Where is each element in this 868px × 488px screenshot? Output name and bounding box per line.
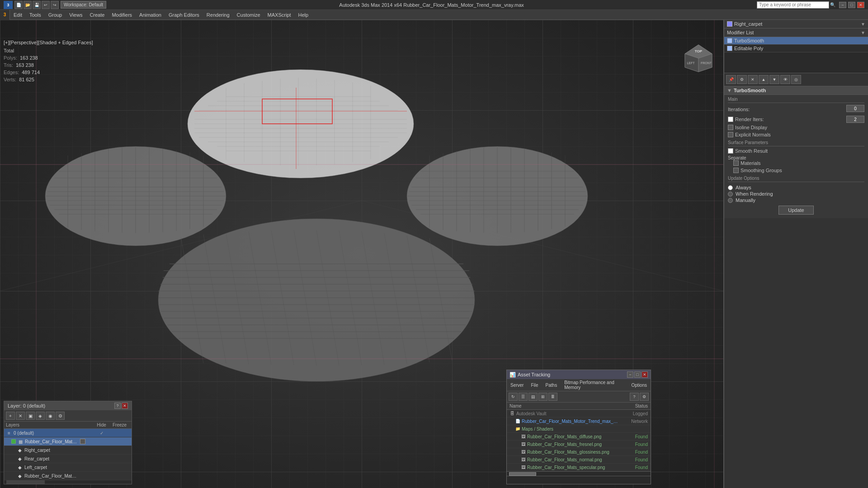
- always-radio-row[interactable]: Always: [728, 185, 864, 190]
- smooth-result-checkbox[interactable]: [728, 148, 733, 154]
- navcube[interactable]: TOP LEFT FRONT: [683, 42, 714, 74]
- modifier-list-arrow[interactable]: ▼: [861, 30, 865, 35]
- undo-btn[interactable]: ↩: [42, 1, 50, 9]
- turbosmooth-section-header[interactable]: ▼ TurboSmooth: [724, 86, 868, 95]
- layers-close-btn[interactable]: ✕: [122, 403, 128, 409]
- at-horizontal-scrollbar[interactable]: [507, 471, 651, 476]
- turbosmooth-checkbox[interactable]: [727, 38, 732, 43]
- object-color-swatch[interactable]: [727, 21, 732, 27]
- smooth-result-label: Smooth Result: [735, 148, 768, 154]
- when-rendering-radio-row[interactable]: When Rendering: [728, 191, 864, 197]
- at-settings-btn[interactable]: ⚙: [640, 393, 649, 401]
- update-button[interactable]: Update: [778, 206, 813, 215]
- layers-settings-btn[interactable]: ⚙: [56, 412, 65, 420]
- move-down-btn[interactable]: ▼: [769, 75, 779, 84]
- move-up-btn[interactable]: ▲: [759, 75, 769, 84]
- configure-modifier-btn[interactable]: ⚙: [737, 75, 747, 84]
- at-maximize-btn[interactable]: □: [634, 371, 641, 378]
- editablepoly-checkbox[interactable]: [727, 46, 732, 51]
- render-iters-input[interactable]: [846, 116, 864, 123]
- at-menu-paths[interactable]: Paths: [542, 382, 561, 389]
- layers-highlight-btn[interactable]: ◉: [46, 412, 55, 420]
- at-menu-server[interactable]: Server: [507, 382, 527, 389]
- at-item-glossiness[interactable]: 🖼 Rubber_Car_Floor_Mats_glossiness.png F…: [507, 448, 651, 456]
- layers-panel: Layer: 0 (default) ? ✕ + ✕ ▣ ◈ ◉ ⚙ Layer…: [4, 401, 132, 484]
- menu-maxscript[interactable]: MAXScript: [264, 11, 295, 19]
- layer-item-rear-carpet[interactable]: ◆ Rear_carpet: [4, 455, 132, 463]
- at-list-view-btn[interactable]: ☰: [519, 393, 528, 401]
- save-btn[interactable]: 💾: [33, 1, 41, 9]
- explicit-normals-checkbox[interactable]: [728, 132, 733, 137]
- menu-help[interactable]: Help: [295, 11, 312, 19]
- layer-item-rubber[interactable]: ▦ Rubber_Car_Floor_Mats_Motor_Trend: [4, 437, 132, 446]
- panel-dropdown-arrow[interactable]: ▼: [861, 22, 865, 27]
- pin-modifier-btn[interactable]: 📌: [726, 75, 736, 84]
- layers-select-btn[interactable]: ◈: [36, 412, 45, 420]
- layers-delete-btn[interactable]: ✕: [16, 412, 25, 420]
- search-input[interactable]: [757, 1, 829, 9]
- menu-rendering[interactable]: Rendering: [203, 11, 233, 19]
- menu-modifiers[interactable]: Modifiers: [108, 11, 136, 19]
- at-item-fresnel[interactable]: 🖼 Rubber_Car_Floor_Mats_fresnel.png Foun…: [507, 441, 651, 448]
- menu-views[interactable]: Views: [66, 11, 86, 19]
- layers-help-btn[interactable]: ?: [114, 403, 121, 409]
- at-help-btn[interactable]: ?: [630, 393, 639, 401]
- modifier-editable-poly[interactable]: Editable Poly: [724, 45, 868, 52]
- smoothing-groups-checkbox[interactable]: [733, 168, 739, 173]
- modifier-turbosmooth[interactable]: TurboSmooth: [724, 37, 868, 45]
- manually-radio-row[interactable]: Manually: [728, 197, 864, 203]
- menu-customize[interactable]: Customize: [233, 11, 264, 19]
- layer-item-right-carpet[interactable]: ◆ Right_carpet: [4, 446, 132, 455]
- when-rendering-radio[interactable]: [728, 192, 733, 197]
- at-detail-view-btn[interactable]: ▤: [528, 393, 538, 401]
- at-refresh-btn[interactable]: ↻: [509, 393, 518, 401]
- layers-hide-col-header: Hide: [94, 422, 109, 427]
- menu-animation[interactable]: Animation: [136, 11, 165, 19]
- layer-hide-default[interactable]: ✓: [94, 431, 109, 436]
- at-item-maps-folder[interactable]: 📁 Maps / Shaders: [507, 425, 651, 433]
- materials-checkbox[interactable]: [733, 160, 739, 166]
- always-radio[interactable]: [728, 185, 733, 190]
- new-btn[interactable]: 📄: [14, 1, 23, 9]
- menu-edit[interactable]: Edit: [10, 11, 26, 19]
- minimize-btn[interactable]: −: [839, 2, 846, 8]
- open-btn[interactable]: 📂: [24, 1, 32, 9]
- layers-scrollbar[interactable]: [4, 480, 132, 484]
- show-result-btn[interactable]: 👁: [780, 75, 790, 84]
- isoline-checkbox[interactable]: [728, 125, 733, 130]
- at-item-maxfile[interactable]: 📄 Rubber_Car_Floor_Mats_Motor_Trend_max_…: [507, 418, 651, 425]
- layers-new-btn[interactable]: +: [6, 412, 15, 420]
- menu-create[interactable]: Create: [86, 11, 108, 19]
- at-item-diffuse[interactable]: 🖼 Rubber_Car_Floor_Mats_diffuse.png Foun…: [507, 433, 651, 441]
- layer-item-left-carpet[interactable]: ◆ Left_carpet: [4, 463, 132, 472]
- remove-modifier-btn[interactable]: ✕: [748, 75, 758, 84]
- close-btn[interactable]: ✕: [857, 2, 864, 8]
- layer-item-full-name[interactable]: ◆ Rubber_Car_Floor_Mats_Motor_Trend: [4, 472, 132, 480]
- at-icon-view-btn[interactable]: ⊞: [538, 393, 547, 401]
- at-minimize-btn[interactable]: −: [627, 371, 633, 378]
- workspace-selector[interactable]: Workspace: Default: [61, 1, 106, 9]
- redo-btn[interactable]: ↪: [51, 1, 59, 9]
- at-menu-file[interactable]: File: [527, 382, 542, 389]
- at-item-vault[interactable]: 🗄 Autodesk Vault Logged: [507, 410, 651, 418]
- at-menu-options[interactable]: Options: [628, 382, 651, 389]
- menu-group[interactable]: Group: [45, 11, 66, 19]
- at-item-normal[interactable]: 🖼 Rubber_Car_Floor_Mats_normal.png Found: [507, 456, 651, 464]
- layer-item-default[interactable]: ≡ 0 (default) ✓: [4, 429, 132, 437]
- at-item-specular[interactable]: 🖼 Rubber_Car_Floor_Mats_specular.png Fou…: [507, 464, 651, 471]
- render-iters-checkbox[interactable]: [728, 117, 733, 122]
- at-scroll-thumb[interactable]: [509, 472, 536, 476]
- at-tree-view-btn[interactable]: ≣: [548, 393, 557, 401]
- layers-add-selected-btn[interactable]: ▣: [26, 412, 35, 420]
- maximize-btn[interactable]: □: [848, 2, 855, 8]
- modifier-list-area[interactable]: TurboSmooth Editable Poly: [724, 37, 868, 73]
- at-menu-bitmap-perf[interactable]: Bitmap Performance and Memory: [561, 379, 627, 391]
- at-close-btn[interactable]: ✕: [642, 371, 648, 378]
- manually-radio[interactable]: [728, 198, 733, 203]
- layers-panel-header: Layer: 0 (default) ? ✕: [4, 401, 132, 410]
- menu-graph-editors[interactable]: Graph Editors: [165, 11, 203, 19]
- menu-tools[interactable]: Tools: [26, 11, 45, 19]
- iterations-input[interactable]: [846, 105, 864, 112]
- show-end-result-btn[interactable]: ◎: [791, 75, 801, 84]
- search-box[interactable]: 🔍: [757, 1, 835, 9]
